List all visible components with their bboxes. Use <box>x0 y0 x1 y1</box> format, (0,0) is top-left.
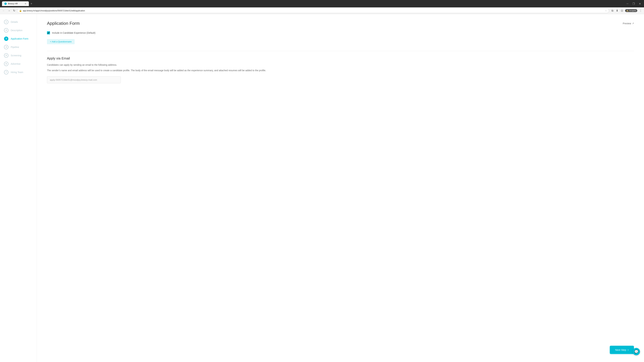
sidebar-label-pipeline: Pipeline <box>11 46 19 48</box>
tab-label: Breezy HR <box>8 2 18 5</box>
preview-label: Preview <box>623 22 631 25</box>
step-num-screening: 5 <box>4 53 8 58</box>
active-tab[interactable]: Breezy HR ✕ <box>2 1 29 6</box>
add-questionnaire-button[interactable]: + Add a Questionnaire <box>47 39 75 44</box>
forward-button[interactable]: → <box>7 8 12 13</box>
sidebar-label-application-form: Application Form <box>11 37 28 40</box>
download-button[interactable]: ⬇ <box>615 8 619 13</box>
extensions-button[interactable]: ⧉ <box>611 8 614 13</box>
step-num-details: 1 <box>4 20 8 24</box>
next-step-label: Next Step <box>615 349 626 351</box>
sidebar-item-screening[interactable]: 5 Screening <box>0 52 37 59</box>
step-num-pipeline: 4 <box>4 45 8 49</box>
close-button[interactable]: ✕ <box>638 2 642 6</box>
app-layout: 1 Details 2 Description 3 Application Fo… <box>0 14 644 362</box>
step-num-advertise: 6 <box>4 62 8 66</box>
checkbox-label: Include in Candidate Experience (Default… <box>52 31 96 34</box>
step-num-hiring-team: 7 <box>4 70 8 74</box>
new-tab-button[interactable]: + <box>30 2 33 5</box>
sidebar-label-details: Details <box>11 21 18 23</box>
menu-button[interactable]: ⋮ <box>639 8 643 13</box>
chat-bubble-button[interactable]: 💬 <box>632 348 640 355</box>
window-controls: ─ ❐ ✕ <box>626 2 642 6</box>
section-desc-1: Candidates can apply by sending an email… <box>47 63 634 67</box>
sidebar-label-advertise: Advertise <box>11 62 20 65</box>
checkbox-area: Include in Candidate Experience (Default… <box>47 31 634 34</box>
nav-bar: ← → ↻ 🔒 app.breezy.hr/app/c/moodjoy/posi… <box>0 7 644 14</box>
preview-link[interactable]: Preview ↗ <box>623 22 634 25</box>
sidebar-item-hiring-team[interactable]: 7 Hiring Team <box>0 68 37 76</box>
sidebar-label-hiring-team: Hiring Team <box>11 71 23 73</box>
sidebar-label-description: Description <box>11 29 22 32</box>
address-bar[interactable]: 🔒 app.breezy.hr/app/c/moodjoy/positions/… <box>17 8 609 13</box>
email-address-value: apply-59357218dc51@moodjoy.breezy-mail.c… <box>50 79 97 81</box>
sidebar-item-details[interactable]: 1 Details <box>0 18 37 26</box>
tab-favicon <box>4 2 7 5</box>
email-address-field: apply-59357218dc51@moodjoy.breezy-mail.c… <box>47 76 121 83</box>
sidebar: 1 Details 2 Description 3 Application Fo… <box>0 14 37 362</box>
browser-tabs: Breezy HR ✕ + <box>2 1 623 6</box>
candidate-experience-checkbox[interactable] <box>47 31 50 34</box>
sidebar-item-pipeline[interactable]: 4 Pipeline <box>0 43 37 51</box>
step-num-description: 2 <box>4 28 8 32</box>
external-link-icon: ↗ <box>632 22 634 25</box>
chat-icon: 💬 <box>634 350 638 354</box>
split-view-button[interactable]: ⊡ <box>620 8 624 13</box>
sidebar-item-description[interactable]: 2 Description <box>0 26 37 34</box>
sidebar-label-screening: Screening <box>11 54 21 57</box>
step-num-application-form: 3 <box>4 36 8 41</box>
sidebar-item-application-form[interactable]: 3 Application Form <box>0 35 37 42</box>
section-divider <box>47 51 634 51</box>
browser-chrome: Breezy HR ✕ + ─ ❐ ✕ <box>0 0 644 7</box>
page-header: Application Form Preview ↗ <box>47 21 634 26</box>
restore-button[interactable]: ❐ <box>632 2 636 6</box>
minimize-button[interactable]: ─ <box>626 2 630 5</box>
back-button[interactable]: ← <box>1 8 6 13</box>
next-step-button[interactable]: Next Step › <box>610 346 634 354</box>
sidebar-item-advertise[interactable]: 6 Advertise <box>0 60 37 68</box>
page-title: Application Form <box>47 21 80 26</box>
nav-icons: ⧉ ⬇ ⊡ 🕵 Incognito ⋮ <box>611 8 643 13</box>
bookmark-icon[interactable]: ☆ <box>605 9 607 12</box>
incognito-badge: 🕵 Incognito <box>625 9 637 12</box>
url-text: app.breezy.hr/app/c/moodjoy/positions/59… <box>23 9 604 12</box>
next-step-chevron-icon: › <box>628 348 628 352</box>
refresh-button[interactable]: ↻ <box>12 8 16 13</box>
tab-close-button[interactable]: ✕ <box>24 2 26 5</box>
main-content: Application Form Preview ↗ Include in Ca… <box>37 14 644 362</box>
section-desc-2: The sender’s name and email address will… <box>47 68 634 72</box>
apply-via-email-title: Apply via Email <box>47 56 634 60</box>
